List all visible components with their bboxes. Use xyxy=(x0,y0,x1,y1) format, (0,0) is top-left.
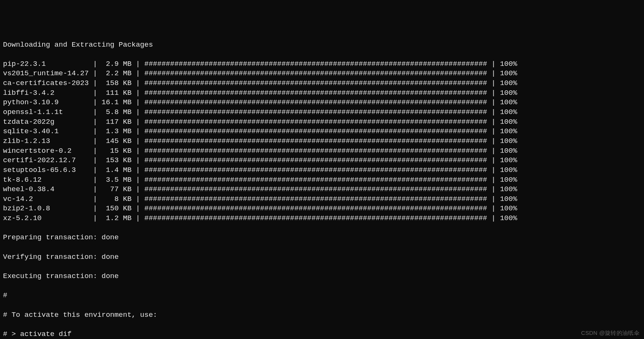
package-row: xz-5.2.10 | 1.2 MB | ###################… xyxy=(3,214,641,223)
progress-bar: ########################################… xyxy=(144,79,487,88)
package-percent: 100% xyxy=(500,146,517,156)
progress-bar: ########################################… xyxy=(144,98,487,108)
progress-bar: ########################################… xyxy=(144,195,487,204)
package-row: ca-certificates-2023 | 158 KB | ########… xyxy=(3,79,641,88)
package-size: 150 KB xyxy=(101,204,132,214)
package-percent: 100% xyxy=(500,195,517,204)
package-percent: 100% xyxy=(500,185,517,195)
status-executing: Executing transaction: done xyxy=(3,272,641,281)
download-header: Downloading and Extracting Packages xyxy=(3,40,641,50)
package-percent: 100% xyxy=(500,59,517,69)
package-row: vc-14.2 | 8 KB | #######################… xyxy=(3,195,641,204)
status-preparing: Preparing transaction: done xyxy=(3,233,641,243)
separator: | xyxy=(487,108,500,117)
package-percent: 100% xyxy=(500,137,517,146)
package-size: 111 KB xyxy=(101,88,132,98)
package-row: tzdata-2022g | 117 KB | ################… xyxy=(3,117,641,127)
package-name: vs2015_runtime-14.27 xyxy=(3,69,89,79)
package-name: openssl-1.1.1t xyxy=(3,108,89,117)
package-size: 16.1 MB xyxy=(101,98,132,108)
package-size: 3.5 MB xyxy=(101,175,132,185)
package-size: 2.2 MB xyxy=(101,69,132,79)
separator: | xyxy=(132,156,144,166)
separator: | xyxy=(89,137,101,146)
separator: | xyxy=(487,79,500,88)
package-percent: 100% xyxy=(500,69,517,79)
package-row: zlib-1.2.13 | 145 KB | #################… xyxy=(3,137,641,146)
separator: | xyxy=(487,59,500,69)
package-name: bzip2-1.0.8 xyxy=(3,204,89,214)
comment-line: # xyxy=(3,291,641,301)
package-size: 1.4 MB xyxy=(101,166,132,175)
package-name: wincertstore-0.2 xyxy=(3,146,89,156)
separator: | xyxy=(487,195,500,204)
package-percent: 100% xyxy=(500,204,517,214)
package-percent: 100% xyxy=(500,117,517,127)
package-size: 145 KB xyxy=(101,137,132,146)
separator: | xyxy=(89,88,101,98)
package-percent: 100% xyxy=(500,88,517,98)
progress-bar: ########################################… xyxy=(144,88,487,98)
progress-bar: ########################################… xyxy=(144,175,487,185)
separator: | xyxy=(132,137,144,146)
package-name: libffi-3.4.2 xyxy=(3,88,89,98)
package-name: wheel-0.38.4 xyxy=(3,185,89,195)
separator: | xyxy=(89,156,101,166)
package-size: 1.2 MB xyxy=(101,214,132,223)
separator: | xyxy=(487,69,500,79)
package-size: 153 KB xyxy=(101,156,132,166)
package-row: bzip2-1.0.8 | 150 KB | #################… xyxy=(3,204,641,214)
package-name: pip-22.3.1 xyxy=(3,59,89,69)
package-row: wheel-0.38.4 | 77 KB | #################… xyxy=(3,185,641,195)
package-size: 5.8 MB xyxy=(101,108,132,117)
package-row: python-3.10.9 | 16.1 MB | ##############… xyxy=(3,98,641,108)
separator: | xyxy=(487,98,500,108)
package-row: pip-22.3.1 | 2.9 MB | ##################… xyxy=(3,59,641,69)
package-name: certifi-2022.12.7 xyxy=(3,156,89,166)
separator: | xyxy=(132,185,144,195)
separator: | xyxy=(89,79,101,88)
separator: | xyxy=(132,214,144,223)
package-name: xz-5.2.10 xyxy=(3,214,89,223)
package-row: vs2015_runtime-14.27 | 2.2 MB | ########… xyxy=(3,69,641,79)
package-name: setuptools-65.6.3 xyxy=(3,166,89,175)
separator: | xyxy=(89,108,101,117)
separator: | xyxy=(89,69,101,79)
separator: | xyxy=(132,59,144,69)
package-row: certifi-2022.12.7 | 153 KB | ###########… xyxy=(3,156,641,166)
status-verifying: Verifying transaction: done xyxy=(3,252,641,262)
progress-bar: ########################################… xyxy=(144,117,487,127)
progress-bar: ########################################… xyxy=(144,59,487,69)
package-size: 158 KB xyxy=(101,79,132,88)
separator: | xyxy=(487,127,500,137)
package-size: 77 KB xyxy=(101,185,132,195)
package-percent: 100% xyxy=(500,156,517,166)
separator: | xyxy=(89,166,101,175)
progress-bar: ########################################… xyxy=(144,69,487,79)
separator: | xyxy=(89,98,101,108)
package-percent: 100% xyxy=(500,214,517,223)
package-size: 117 KB xyxy=(101,117,132,127)
package-name: zlib-1.2.13 xyxy=(3,137,89,146)
separator: | xyxy=(89,195,101,204)
package-name: tk-8.6.12 xyxy=(3,175,89,185)
package-row: sqlite-3.40.1 | 1.3 MB | ###############… xyxy=(3,127,641,137)
package-percent: 100% xyxy=(500,98,517,108)
separator: | xyxy=(89,127,101,137)
csdn-watermark: CSDN @旋转的油纸伞 xyxy=(581,329,640,337)
separator: | xyxy=(132,98,144,108)
separator: | xyxy=(132,204,144,214)
separator: | xyxy=(89,59,101,69)
separator: | xyxy=(132,108,144,117)
package-name: ca-certificates-2023 xyxy=(3,79,89,88)
separator: | xyxy=(487,146,500,156)
separator: | xyxy=(487,166,500,175)
separator: | xyxy=(89,185,101,195)
progress-bar: ########################################… xyxy=(144,137,487,146)
package-size: 15 KB xyxy=(101,146,132,156)
separator: | xyxy=(487,175,500,185)
separator: | xyxy=(132,146,144,156)
progress-bar: ########################################… xyxy=(144,146,487,156)
separator: | xyxy=(487,156,500,166)
separator: | xyxy=(89,146,101,156)
